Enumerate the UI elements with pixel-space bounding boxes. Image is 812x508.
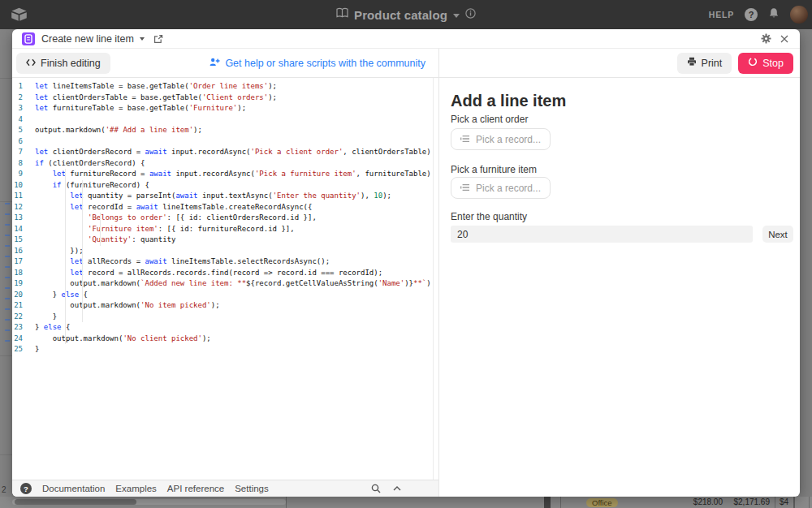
backdrop-category-pill: Office (586, 498, 618, 507)
code-line[interactable]: 19 output.markdown(`Added new line item:… (12, 278, 438, 290)
backdrop-cell-value: $218.00 (672, 497, 723, 507)
user-avatar[interactable] (790, 6, 808, 24)
bottombar-item-settings[interactable]: Settings (235, 484, 269, 493)
line-number: 25 (12, 344, 35, 355)
line-number: 21 (12, 300, 35, 312)
code-line[interactable]: 22 } (12, 312, 438, 323)
airtable-logo-icon[interactable] (11, 7, 28, 22)
line-number: 5 (12, 125, 35, 136)
script-title[interactable]: Create new line item (41, 33, 134, 45)
line-number: 15 (12, 235, 35, 246)
field-label: Pick a furniture item (451, 164, 793, 175)
code-line[interactable]: 3let furnitureTable = base.getTable('Fur… (12, 103, 438, 114)
modal-body: 1let lineItemsTable = base.getTable('Ord… (12, 78, 800, 497)
bottombar-item-examples[interactable]: Examples (115, 484, 157, 493)
backdrop-right (800, 29, 812, 508)
spinner-icon (748, 57, 758, 69)
code-editor-pane: 1let lineItemsTable = base.getTable('Ord… (12, 78, 439, 497)
bell-icon[interactable] (768, 7, 780, 23)
modal-toolbar: Finish editing Get help or share scripts… (12, 49, 800, 78)
backdrop-bottom-row: Office $218.00 $2,171.69 $4 (0, 497, 812, 508)
code-line[interactable]: 24 output.markdown('No client picked'); (12, 334, 438, 345)
screen: Product catalog HELP ? (0, 0, 812, 508)
line-number: 4 (12, 114, 35, 126)
code-line[interactable]: 1let lineItemsTable = base.getTable('Ord… (12, 81, 438, 93)
bottombar-item-documentation[interactable]: Documentation (42, 484, 105, 493)
horizontal-scrollbar-thumb (15, 499, 136, 505)
help-link[interactable]: HELP (709, 10, 734, 19)
line-number: 7 (12, 147, 35, 158)
code-line[interactable]: 2let clientOrdersTable = base.getTable('… (12, 93, 438, 104)
code-line[interactable]: 13 'Belongs to order': [{ id: clientOrde… (12, 213, 438, 224)
code-line[interactable]: 9 let furnitureRecord = await input.reco… (12, 169, 438, 180)
script-app-icon (22, 32, 35, 45)
base-title-group: Product catalog (0, 0, 812, 29)
code-line[interactable]: 5output.markdown('## Add a line item'); (12, 125, 438, 136)
code-line[interactable]: 12 let recordId = await lineItemsTable.c… (12, 202, 438, 213)
line-number: 11 (12, 191, 35, 202)
code-line[interactable]: 15 'Quantity': quantity (12, 235, 438, 246)
code-line[interactable]: 7let clientOrdersRecord = await input.re… (12, 147, 438, 158)
code-editor[interactable]: 1let lineItemsTable = base.getTable('Ord… (12, 78, 438, 480)
script-output-pane: Add a line item Pick a client order (439, 78, 800, 497)
code-line[interactable]: 17 let allRecords = await lineItemsTable… (12, 256, 438, 268)
code-line[interactable]: 8if (clientOrdersRecord) { (12, 158, 438, 170)
pick-record-button-furniture-item[interactable]: Pick a record... (451, 177, 551, 199)
output-heading: Add a line item (451, 91, 793, 110)
community-help-link[interactable]: Get help or share scripts with the commu… (209, 58, 425, 69)
editor-gutter-line (433, 78, 434, 480)
line-number: 17 (12, 256, 35, 268)
base-title[interactable]: Product catalog (354, 8, 447, 22)
line-number: 3 (12, 103, 35, 114)
line-number: 12 (12, 202, 35, 213)
code-line[interactable]: 11 let quantity = parseInt(await input.t… (12, 191, 438, 202)
bottombar-item-api-reference[interactable]: API reference (167, 484, 224, 493)
code-line[interactable]: 16 }); (12, 246, 438, 257)
chevron-up-icon[interactable] (393, 486, 401, 491)
search-icon[interactable] (371, 484, 381, 493)
code-line[interactable]: 23} else { (12, 322, 438, 334)
code-line[interactable]: 14 'Furniture item': [{ id: furnitureRec… (12, 224, 438, 235)
stop-button[interactable]: Stop (738, 53, 793, 74)
code-line[interactable]: 10 if (furnitureRecord) { (12, 180, 438, 192)
quantity-input[interactable] (451, 226, 753, 243)
base-title-caret-icon[interactable] (453, 14, 460, 18)
close-icon[interactable] (780, 35, 788, 43)
open-external-icon[interactable] (153, 34, 163, 44)
backdrop-left: 2 (0, 29, 12, 508)
line-number: 14 (12, 224, 35, 235)
code-line[interactable]: 20 } else { (12, 290, 438, 301)
code-line[interactable]: 6 (12, 136, 438, 148)
toolbar-right: Print Stop (439, 49, 800, 77)
next-button[interactable]: Next (762, 226, 793, 243)
base-info-icon[interactable] (465, 7, 476, 22)
code-line[interactable]: 18 let record = allRecords.records.find(… (12, 268, 438, 279)
pick-record-button-client-order[interactable]: Pick a record... (451, 128, 551, 150)
code-line[interactable]: 4 (12, 114, 438, 126)
line-number: 19 (12, 278, 35, 290)
code-line[interactable]: 21 output.markdown('No item picked'); (12, 300, 438, 312)
topbar-right: HELP ? (709, 6, 812, 24)
scripting-app-modal: Create new line item (12, 29, 800, 497)
code-line[interactable]: 25} (12, 344, 438, 355)
topbar: Product catalog HELP ? (0, 0, 812, 29)
code-brackets-icon (26, 58, 36, 69)
line-number: 23 (12, 322, 35, 334)
line-number: 16 (12, 246, 35, 257)
line-number: 1 (12, 81, 35, 93)
community-people-icon (209, 58, 220, 69)
finish-editing-button[interactable]: Finish editing (16, 53, 110, 74)
help-question-icon[interactable]: ? (745, 8, 758, 21)
line-number: 6 (12, 136, 35, 148)
field-label: Pick a client order (451, 114, 793, 125)
line-number: 8 (12, 158, 35, 170)
editor-bottombar: ? DocumentationExamplesAPI referenceSett… (12, 480, 438, 497)
backdrop-row-number: 2 (2, 485, 6, 494)
line-number: 10 (12, 180, 35, 192)
settings-gear-icon[interactable] (761, 33, 771, 44)
help-circle-icon[interactable]: ? (20, 483, 32, 494)
script-title-caret-icon[interactable] (140, 37, 145, 41)
modal-header: Create new line item (12, 29, 800, 49)
book-icon (336, 7, 348, 22)
print-button[interactable]: Print (677, 53, 732, 74)
